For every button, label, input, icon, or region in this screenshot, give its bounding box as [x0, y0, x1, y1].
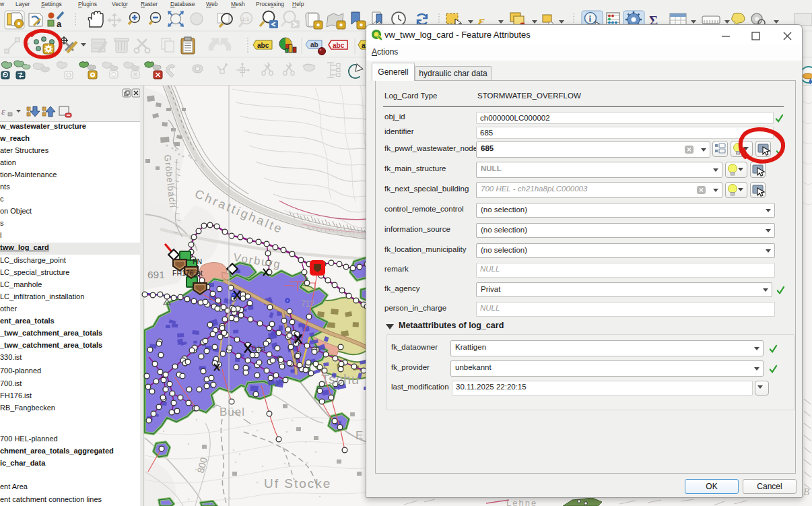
svg-text:Büel: Büel — [219, 406, 245, 418]
svg-text:ab: ab — [310, 41, 318, 49]
svg-text:abc: abc — [333, 42, 345, 49]
svg-text:B: B — [803, 486, 809, 497]
svg-text:abc: abc — [257, 42, 269, 49]
svg-text:FH176.ist: FH176.ist — [172, 269, 203, 277]
svg-text:a: a — [57, 19, 62, 29]
svg-text:Tschu: Tschu — [321, 372, 360, 387]
svg-text:ε: ε — [1, 106, 5, 117]
svg-text:691: 691 — [147, 269, 165, 280]
svg-text:1:1: 1:1 — [242, 16, 250, 22]
svg-text:712: 712 — [301, 299, 314, 309]
svg-text:FN: FN — [193, 257, 202, 265]
svg-text:Lehne: Lehne — [506, 498, 537, 506]
svg-text:0.ist: 0.ist — [252, 344, 265, 352]
svg-text:i: i — [589, 13, 592, 24]
svg-text:E: E — [356, 429, 363, 442]
svg-text:Uf Stocke: Uf Stocke — [264, 476, 331, 491]
